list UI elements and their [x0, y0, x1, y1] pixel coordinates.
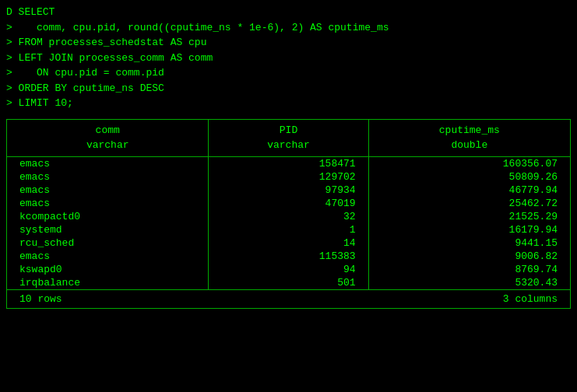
results-container: comm varchar PID varchar cputime_ms doub…	[6, 119, 571, 309]
cell-cputime: 9006.82	[368, 250, 570, 263]
table-row: systemd116179.94	[7, 223, 570, 236]
cell-comm: systemd	[7, 223, 209, 236]
query-line: > comm, cpu.pid, round((cputime_ns * 1e-…	[6, 20, 571, 36]
col-type-cputime: double	[382, 138, 558, 153]
table-body: emacs158471160356.07emacs12970250809.26e…	[7, 156, 570, 289]
query-line: D SELECT	[6, 5, 571, 20]
query-section: D SELECT> comm, cpu.pid, round((cputime_…	[6, 3, 571, 113]
query-line: > LEFT JOIN processes_comm AS comm	[6, 51, 571, 66]
results-table: comm varchar PID varchar cputime_ms doub…	[7, 120, 570, 289]
table-row: irqbalance5015320.43	[7, 276, 570, 289]
cell-cputime: 50809.26	[368, 170, 570, 184]
query-line: > LIMIT 10;	[6, 96, 571, 111]
cell-pid: 129702	[209, 170, 368, 184]
col-header-cputime: cputime_ms double	[368, 120, 570, 157]
query-line: > ORDER BY cputime_ns DESC	[6, 81, 571, 96]
table-row: rcu_sched149441.15	[7, 236, 570, 250]
cell-cputime: 5320.43	[368, 276, 570, 289]
cell-comm: emacs	[7, 156, 209, 170]
cell-pid: 115383	[209, 250, 368, 263]
query-line: > FROM processes_schedstat AS cpu	[6, 35, 571, 51]
cell-comm: emacs	[7, 170, 209, 184]
cell-pid: 32	[209, 210, 368, 223]
cell-comm: emacs	[7, 184, 209, 197]
cell-comm: kcompactd0	[7, 210, 209, 223]
cell-comm: emacs	[7, 197, 209, 210]
cell-cputime: 25462.72	[368, 197, 570, 210]
col-name-pid: PID	[221, 123, 355, 138]
cell-cputime: 46779.94	[368, 184, 570, 197]
terminal: D SELECT> comm, cpu.pid, round((cputime_…	[0, 0, 577, 392]
table-row: emacs9793446779.94	[7, 184, 570, 197]
table-row: emacs4701925462.72	[7, 197, 570, 210]
table-row: emacs1153839006.82	[7, 250, 570, 263]
rows-count: 10 rows	[19, 293, 62, 305]
col-header-pid: PID varchar	[209, 120, 368, 157]
columns-count: 3 columns	[503, 293, 558, 305]
col-type-comm: varchar	[19, 138, 195, 153]
table-row: emacs158471160356.07	[7, 156, 570, 170]
table-row: emacs12970250809.26	[7, 170, 570, 184]
cell-pid: 94	[209, 263, 368, 276]
cell-cputime: 9441.15	[368, 236, 570, 250]
col-header-comm: comm varchar	[7, 120, 209, 157]
query-line: > ON cpu.pid = comm.pid	[6, 65, 571, 81]
cell-comm: irqbalance	[7, 276, 209, 289]
cell-pid: 1	[209, 223, 368, 236]
cell-cputime: 8769.74	[368, 263, 570, 276]
cell-pid: 14	[209, 236, 368, 250]
col-name-cputime: cputime_ms	[382, 123, 558, 138]
cell-pid: 47019	[209, 197, 368, 210]
col-name-comm: comm	[19, 123, 195, 138]
col-type-pid: varchar	[221, 138, 355, 153]
table-footer: 10 rows 3 columns	[7, 289, 570, 308]
cell-cputime: 16179.94	[368, 223, 570, 236]
cell-comm: emacs	[7, 250, 209, 263]
table-row: kcompactd03221525.29	[7, 210, 570, 223]
cell-cputime: 21525.29	[368, 210, 570, 223]
cell-pid: 97934	[209, 184, 368, 197]
cell-comm: kswapd0	[7, 263, 209, 276]
table-row: kswapd0948769.74	[7, 263, 570, 276]
cell-cputime: 160356.07	[368, 156, 570, 170]
cell-comm: rcu_sched	[7, 236, 209, 250]
cell-pid: 158471	[209, 156, 368, 170]
cell-pid: 501	[209, 276, 368, 289]
table-header: comm varchar PID varchar cputime_ms doub…	[7, 120, 570, 157]
